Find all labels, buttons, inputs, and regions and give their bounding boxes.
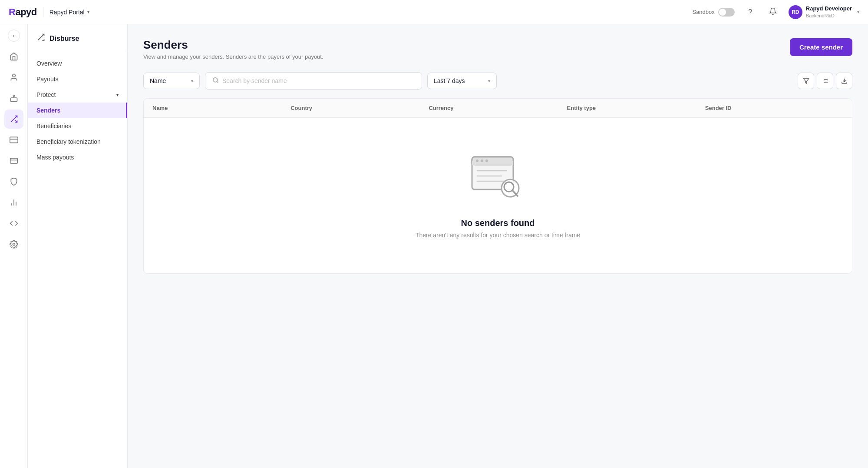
sub-sidebar-title: Disburse	[50, 35, 79, 43]
nav-divider	[43, 7, 43, 17]
svg-point-14	[13, 243, 15, 246]
sidebar-item-senders-label: Senders	[36, 107, 60, 114]
sidebar-item-overview-label: Overview	[36, 60, 62, 67]
portal-dropdown[interactable]: Rapyd Portal ▾	[50, 9, 89, 16]
svg-point-31	[485, 159, 488, 162]
sub-sidebar: Disburse Overview Payouts Protect ▾ Send…	[28, 24, 128, 468]
sandbox-label: Sandbox	[692, 9, 714, 15]
search-bar	[205, 72, 422, 90]
nav-disburse[interactable]	[4, 110, 23, 129]
portal-chevron-icon: ▾	[87, 10, 89, 14]
collapse-icon: ›	[13, 33, 15, 38]
sidebar-item-beneficiary-tokenization[interactable]: Beneficiary tokenization	[28, 134, 127, 149]
page-subtitle: View and manage your senders. Senders ar…	[143, 53, 323, 60]
svg-point-30	[481, 159, 483, 162]
icon-sidebar: ›	[0, 24, 28, 468]
nav-settings[interactable]	[4, 235, 23, 254]
empty-title: No senders found	[461, 218, 535, 228]
nav-developer[interactable]	[4, 214, 23, 233]
col-currency: Currency	[429, 105, 567, 111]
svg-marker-18	[803, 78, 809, 83]
svg-line-17	[217, 81, 218, 83]
page-title-wrap: Senders View and manage your senders. Se…	[143, 38, 323, 60]
filter-button[interactable]	[798, 73, 814, 89]
svg-point-0	[12, 74, 15, 77]
empty-illustration	[468, 153, 528, 206]
svg-line-15	[38, 34, 44, 40]
date-dropdown-label: Last 7 days	[434, 77, 465, 84]
svg-rect-7	[10, 137, 17, 143]
collapse-button[interactable]: ›	[8, 30, 20, 42]
empty-state: No senders found There aren't any result…	[144, 118, 852, 273]
user-sub: BackendR&D	[806, 13, 852, 19]
download-button[interactable]	[836, 73, 852, 89]
topnav-right: Sandbox ? RD Rapyd Developer BackendR&D …	[692, 5, 859, 19]
nav-cards[interactable]	[4, 151, 23, 170]
sidebar-item-mass-payouts-label: Mass payouts	[36, 154, 74, 161]
col-name: Name	[152, 105, 290, 111]
user-menu[interactable]: RD Rapyd Developer BackendR&D ▾	[789, 5, 859, 19]
user-info: Rapyd Developer BackendR&D	[806, 5, 852, 19]
senders-table: Name Country Currency Entity type Sender…	[143, 98, 852, 274]
search-icon	[212, 77, 219, 85]
sidebar-item-beneficiaries[interactable]: Beneficiaries	[28, 118, 127, 134]
sidebar-item-mass-payouts[interactable]: Mass payouts	[28, 149, 127, 165]
col-entity-type: Entity type	[567, 105, 705, 111]
sidebar-item-protect-label: Protect	[36, 91, 56, 98]
avatar: RD	[789, 5, 802, 19]
sidebar-item-beneficiary-tokenization-label: Beneficiary tokenization	[36, 138, 101, 145]
page-header: Senders View and manage your senders. Se…	[143, 38, 852, 60]
svg-rect-1	[10, 98, 17, 101]
main-content: Senders View and manage your senders. Se…	[128, 24, 868, 468]
sidebar-item-senders[interactable]: Senders	[28, 103, 127, 118]
date-dropdown[interactable]: Last 7 days ▾	[427, 73, 497, 89]
sub-sidebar-header: Disburse	[28, 33, 127, 51]
sandbox-toggle[interactable]	[718, 8, 735, 17]
name-dropdown-chevron: ▾	[191, 79, 193, 83]
sidebar-item-payouts[interactable]: Payouts	[28, 71, 127, 87]
top-navigation: Rapyd Rapyd Portal ▾ Sandbox ? RD Rapyd …	[0, 0, 868, 24]
sidebar-item-overview[interactable]: Overview	[28, 56, 127, 71]
svg-point-2	[13, 95, 14, 96]
svg-point-29	[476, 159, 479, 162]
user-name: Rapyd Developer	[806, 5, 852, 13]
protect-chevron-icon: ▾	[116, 93, 119, 97]
col-sender-id: Sender ID	[705, 105, 843, 111]
empty-subtitle: There aren't any results for your chosen…	[416, 232, 580, 239]
nav-users[interactable]	[4, 68, 23, 87]
table-header: Name Country Currency Entity type Sender…	[144, 99, 852, 118]
create-sender-button[interactable]: Create sender	[790, 38, 852, 56]
notifications-button[interactable]	[766, 5, 780, 19]
sidebar-item-beneficiaries-label: Beneficiaries	[36, 123, 71, 129]
sandbox-toggle-wrap: Sandbox	[692, 8, 734, 17]
sidebar-item-payouts-label: Payouts	[36, 76, 59, 83]
nav-shield[interactable]	[4, 172, 23, 191]
portal-label: Rapyd Portal	[50, 9, 85, 16]
search-input[interactable]	[222, 77, 415, 84]
name-dropdown-label: Name	[150, 77, 166, 84]
bell-icon	[769, 7, 777, 17]
svg-point-16	[213, 78, 218, 82]
logo-text: Rapyd	[9, 7, 37, 18]
user-chevron-icon: ▾	[857, 10, 859, 14]
nav-reports[interactable]	[4, 193, 23, 212]
sidebar-item-protect[interactable]: Protect ▾	[28, 87, 127, 103]
disburse-sidebar-icon	[36, 33, 45, 44]
brand-logo: Rapyd	[9, 7, 37, 18]
name-dropdown[interactable]: Name ▾	[143, 73, 200, 89]
date-dropdown-chevron: ▾	[488, 79, 490, 83]
nav-bot[interactable]	[4, 89, 23, 108]
help-icon: ?	[748, 8, 752, 16]
nav-home[interactable]	[4, 47, 23, 66]
nav-wallet[interactable]	[4, 130, 23, 149]
toggle-knob	[719, 9, 726, 16]
sort-button[interactable]	[817, 73, 833, 89]
page-title: Senders	[143, 38, 323, 52]
svg-rect-9	[10, 158, 17, 163]
col-country: Country	[290, 105, 429, 111]
toolbar-icons	[798, 73, 852, 89]
filter-bar: Name ▾ Last 7 days ▾	[143, 72, 852, 90]
help-button[interactable]: ?	[743, 5, 757, 19]
